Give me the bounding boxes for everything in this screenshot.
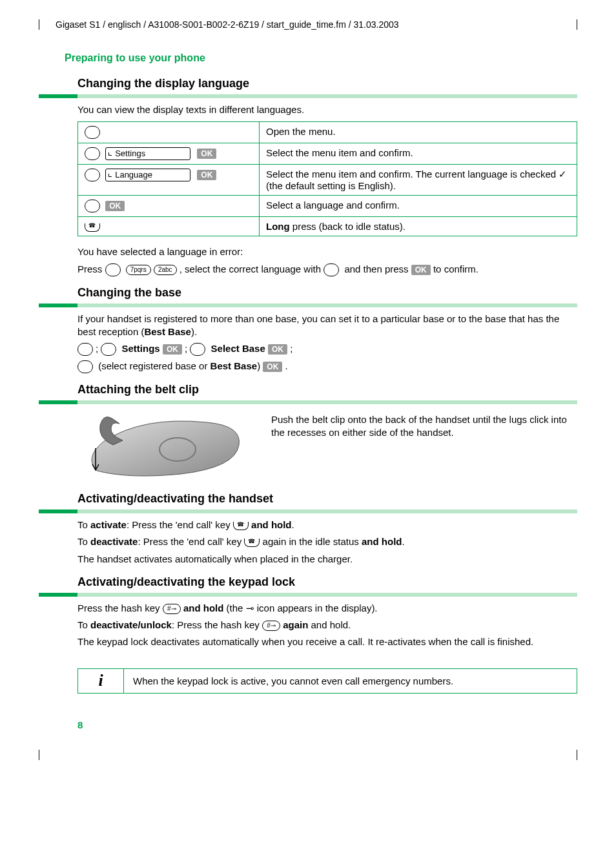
info-note-box: i When the keypad lock is active, you ca… [77, 668, 577, 694]
heading-rule [39, 94, 577, 98]
heading-belt-clip: Attaching the belt clip [77, 383, 577, 396]
heading-rule [39, 400, 577, 404]
heading-rule [39, 509, 577, 513]
ok-badge: OK [411, 265, 431, 275]
key-7: 7pqrs [126, 265, 151, 275]
heading-display-language: Changing the display language [77, 77, 577, 90]
language-steps-table: Open the menu. Settings OK Select the me… [77, 121, 577, 236]
nav-key-icon [105, 263, 121, 276]
error-lang-steps: Press 7pqrs 2abc , select the correct la… [77, 263, 577, 276]
error-lang-para: You have selected a language in error: [77, 245, 577, 258]
end-call-key-icon [85, 223, 100, 232]
page-header: Gigaset S1 / englisch / A31008-S001-B002… [39, 19, 577, 30]
menu-settings: Settings [105, 147, 190, 160]
heading-keypad-lock: Activating/deactivating the keypad lock [77, 575, 577, 589]
deactivate-line: To deactivate: Press the 'end call' key … [77, 535, 577, 548]
nav-key-icon [77, 343, 93, 356]
end-call-key-icon [244, 539, 260, 547]
nav-key-icon [85, 200, 100, 212]
nav-key-icon [85, 147, 100, 160]
step-desc: Select a language and confirm. [260, 196, 577, 217]
nav-key-icon [323, 263, 339, 276]
nav-key-icon [85, 169, 100, 181]
key-2: 2abc [154, 265, 177, 275]
belt-clip-text: Push the belt clip onto the back of the … [271, 413, 577, 479]
belt-clip-figure: Push the belt clip onto the back of the … [77, 409, 577, 482]
info-icon: i [78, 669, 124, 693]
crop-mark-left [39, 19, 39, 30]
lock-icon: ⊸ [246, 602, 254, 613]
base-intro: If your handset is registered to more th… [77, 313, 577, 339]
step-desc: Long press (back to idle status). [260, 217, 577, 236]
lock-activate-line: Press the hash key #⊸ and hold (the ⊸ ic… [77, 602, 577, 615]
crop-mark-right [577, 750, 577, 760]
table-row: Settings OK Select the menu item and con… [78, 143, 577, 165]
heading-changing-base: Changing the base [77, 286, 577, 300]
belt-clip-illustration [77, 409, 252, 482]
base-steps-line1: ; Settings OK ; Select Base OK ; [77, 342, 577, 356]
lock-deactivate-line: To deactivate/unlock: Press the hash key… [77, 619, 577, 632]
auto-activate-line: The handset activates automatically when… [77, 553, 577, 566]
end-call-key-icon [233, 522, 249, 530]
activate-line: To activate: Press the 'end call' key an… [77, 519, 577, 531]
page-number: 8 [77, 719, 577, 730]
nav-key-icon [77, 360, 93, 373]
lock-auto-line: The keypad lock deactivates automaticall… [77, 635, 577, 648]
heading-rule [39, 593, 577, 597]
table-row: OK Select a language and confirm. [78, 196, 577, 217]
footer-crop-marks [39, 750, 577, 760]
chapter-title: Preparing to use your phone [65, 52, 577, 64]
nav-key-icon [190, 343, 205, 356]
intro-para: You can view the display texts in differ… [77, 103, 577, 116]
hash-key-icon: #⊸ [163, 604, 181, 614]
table-row: Open the menu. [78, 122, 577, 143]
crop-mark-left [39, 750, 39, 760]
nav-key-icon [101, 343, 116, 356]
heading-rule [39, 304, 577, 307]
info-note-text: When the keypad lock is active, you cann… [124, 669, 577, 693]
ok-badge: OK [105, 201, 125, 211]
table-row: Long press (back to idle status). [78, 217, 577, 236]
ok-badge: OK [263, 362, 282, 372]
ok-badge: OK [268, 344, 287, 355]
hash-key-icon: #⊸ [262, 621, 280, 631]
step-desc: Select the menu item and confirm. The cu… [260, 165, 577, 196]
crop-mark-right [577, 19, 577, 30]
ok-badge: OK [163, 344, 182, 355]
ok-badge: OK [197, 149, 216, 159]
step-desc: Open the menu. [260, 122, 577, 143]
table-row: Language OK Select the menu item and con… [78, 165, 577, 196]
nav-key-icon [85, 126, 100, 139]
check-icon: ✓ [559, 169, 567, 180]
menu-language: Language [105, 169, 190, 181]
base-steps-line2: (select registered base or Best Base) OK… [77, 360, 577, 373]
step-desc: Select the menu item and confirm. [260, 143, 577, 165]
ok-badge: OK [197, 170, 216, 180]
heading-activate-handset: Activating/deactivating the handset [77, 492, 577, 506]
header-path-text: Gigaset S1 / englisch / A31008-S001-B002… [56, 19, 560, 30]
